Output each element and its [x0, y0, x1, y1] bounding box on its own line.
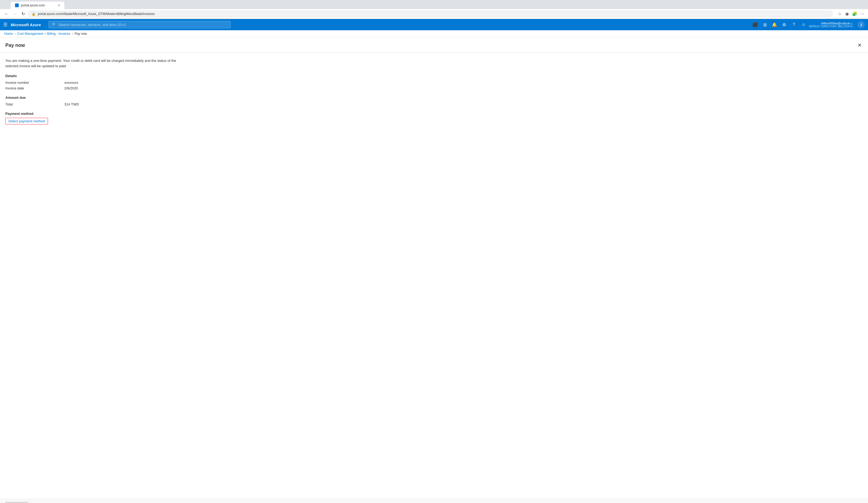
breadcrumb-home[interactable]: Home	[4, 32, 13, 35]
bookmark-icon[interactable]: ☆	[837, 11, 842, 17]
menu-icon[interactable]: ☰	[3, 22, 8, 28]
invoice-number-value: xxxxxxxx	[64, 81, 78, 85]
azure-header: ☰ Microsoft Azure 🔍 ⬛ ⊞ 🔔 ⚙ ? ☺ billtest…	[0, 19, 868, 30]
tab-title: portal.azure.com	[21, 3, 45, 7]
forward-button[interactable]: →	[12, 10, 18, 18]
profile-icon[interactable]: ◉	[845, 11, 850, 17]
user-directory: DEFAULT DIRECTORY (BILLTEST4...	[809, 25, 855, 28]
breadcrumb-billing[interactable]: Cost Management + Billing - Invoices	[17, 32, 70, 35]
search-icon: 🔍	[52, 22, 56, 27]
browser-addressbar: ← → ↻ 🔒 portal.azure.com/#blade/Microsof…	[0, 9, 868, 19]
search-input[interactable]	[59, 23, 227, 27]
address-text: portal.azure.com/#blade/Microsoft_Azure_…	[38, 12, 829, 16]
address-bar[interactable]: 🔒 portal.azure.com/#blade/Microsoft_Azur…	[28, 11, 833, 17]
details-title: Details	[6, 74, 862, 78]
total-label: Total	[6, 102, 64, 106]
browser-tabs: portal.azure.com ×	[0, 0, 868, 9]
invoice-number-row: Invoice number xxxxxxxx	[6, 81, 862, 85]
breadcrumb-sep-2: ›	[72, 32, 73, 35]
breadcrumb: Home › Cost Management + Billing - Invoi…	[0, 30, 868, 38]
invoice-date-label: Invoice date	[6, 86, 64, 90]
invoice-number-label: Invoice number	[6, 81, 64, 85]
browser-toolbar-right: ☆ ◉ 🧩 ⋯	[837, 11, 865, 17]
payment-method-section: Payment method Select payment method	[6, 112, 862, 125]
total-value: 314 TWD	[64, 102, 79, 106]
invoice-date-row: Invoice date 2/8/2020	[6, 86, 862, 90]
panel-header: Pay now ✕	[0, 38, 868, 53]
search-bar[interactable]: 🔍	[49, 21, 231, 28]
settings-gear-icon[interactable]: ⚙	[780, 20, 788, 29]
header-icons: ⬛ ⊞ 🔔 ⚙ ? ☺ billtest456tw@outlook.c... D…	[751, 20, 865, 29]
panel-footer: Pay now	[0, 499, 868, 503]
portal-menu-icon[interactable]: ⊞	[761, 20, 769, 29]
payment-method-title: Payment method	[6, 112, 862, 116]
browser-chrome: portal.azure.com × ← → ↻ 🔒 portal.azure.…	[0, 0, 868, 19]
user-info: billtest456tw@outlook.c... DEFAULT DIREC…	[809, 22, 855, 28]
breadcrumb-sep-1: ›	[14, 32, 16, 35]
breadcrumb-current: Pay now	[74, 32, 87, 35]
cloud-shell-icon[interactable]: ⬛	[751, 20, 760, 29]
back-button[interactable]: ←	[3, 10, 10, 18]
notifications-icon[interactable]: 🔔	[770, 20, 779, 29]
invoice-date-value: 2/8/2020	[64, 86, 78, 90]
close-button[interactable]: ✕	[857, 41, 862, 49]
reload-button[interactable]: ↻	[20, 10, 26, 18]
feedback-icon[interactable]: ☺	[799, 20, 808, 29]
select-payment-button[interactable]: Select payment method	[6, 118, 48, 125]
pay-now-panel: Pay now ✕ You are making a one-time paym…	[0, 38, 868, 503]
total-row: Total 314 TWD	[6, 102, 862, 106]
lock-icon: 🔒	[32, 12, 35, 16]
panel-body: You are making a one-time payment. Your …	[0, 53, 868, 499]
user-email: billtest456tw@outlook.c...	[821, 22, 855, 25]
tab-close-icon[interactable]: ×	[58, 3, 60, 8]
details-section: Details Invoice number xxxxxxxx Invoice …	[6, 74, 862, 90]
avatar[interactable]: J	[857, 21, 865, 28]
amount-due-title: Amount due	[6, 96, 862, 99]
panel-title: Pay now	[6, 43, 25, 48]
info-text: You are making a one-time payment. Your …	[6, 58, 177, 69]
amount-due-section: Amount due Total 314 TWD	[6, 96, 862, 106]
azure-logo: Microsoft Azure	[11, 22, 41, 27]
browser-tab[interactable]: portal.azure.com ×	[11, 2, 64, 9]
tab-favicon	[15, 3, 19, 7]
extension-icon[interactable]: 🧩	[852, 11, 857, 17]
settings-icon[interactable]: ⋯	[859, 11, 865, 17]
help-icon[interactable]: ?	[789, 20, 798, 29]
main-content: Pay now ✕ You are making a one-time paym…	[0, 38, 868, 503]
